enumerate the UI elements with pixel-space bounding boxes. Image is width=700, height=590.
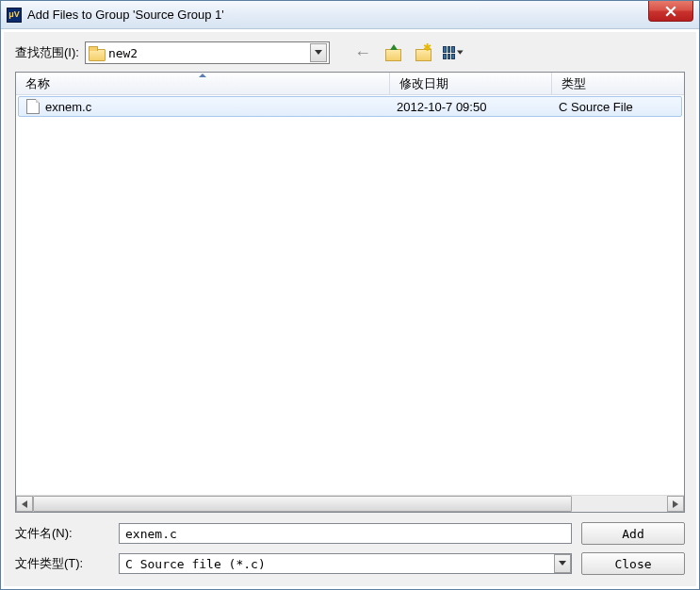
close-icon — [665, 6, 676, 17]
scroll-right-button[interactable] — [667, 496, 684, 512]
column-header-date-label: 修改日期 — [399, 75, 448, 92]
new-folder-button[interactable] — [413, 42, 433, 63]
triangle-right-icon — [673, 500, 678, 508]
titlebar: Add Files to Group 'Source Group 1' — [1, 1, 699, 29]
bottom-controls: 文件名(N): Add 文件类型(T): C Source file (*.c)… — [15, 522, 685, 575]
folder-new-icon — [414, 44, 432, 61]
window-title: Add Files to Group 'Source Group 1' — [27, 8, 699, 22]
file-date: 2012-10-7 09:50 — [389, 100, 551, 114]
filename-label: 文件名(N): — [15, 525, 109, 542]
file-list[interactable]: exnem.c 2012-10-7 09:50 C Source File — [16, 95, 684, 495]
column-header-row: 名称 修改日期 类型 — [16, 73, 684, 95]
add-button[interactable]: Add — [581, 522, 685, 545]
file-name: exnem.c — [45, 100, 91, 114]
app-icon — [7, 8, 22, 23]
scroll-left-button[interactable] — [16, 496, 33, 512]
column-header-name[interactable]: 名称 — [16, 73, 390, 94]
sort-ascending-icon — [199, 74, 206, 77]
back-button[interactable]: ← — [352, 42, 373, 63]
dialog-body: 查找范围(I): new2 ← — [3, 31, 697, 587]
filetype-select[interactable]: C Source file (*.c) — [119, 553, 572, 574]
scroll-track[interactable] — [33, 496, 667, 512]
lookin-label: 查找范围(I): — [15, 44, 79, 61]
toolbar-icons: ← — [352, 42, 464, 63]
close-window-button[interactable] — [648, 1, 693, 22]
lookin-row: 查找范围(I): new2 ← — [15, 41, 685, 64]
column-header-name-label: 名称 — [25, 75, 50, 92]
horizontal-scrollbar[interactable] — [16, 495, 684, 512]
file-list-area: 名称 修改日期 类型 exnem.c 2012-10-7 09:50 — [15, 72, 685, 513]
file-row[interactable]: exnem.c 2012-10-7 09:50 C Source File — [18, 96, 682, 117]
filetype-dropdown-button[interactable] — [554, 554, 571, 573]
up-one-level-button[interactable] — [383, 42, 403, 63]
chevron-down-icon — [457, 50, 464, 56]
scroll-thumb[interactable] — [33, 496, 572, 512]
chevron-down-icon — [559, 561, 566, 566]
filetype-value: C Source file (*.c) — [120, 557, 554, 571]
view-grid-icon — [443, 46, 455, 59]
column-header-type[interactable]: 类型 — [552, 73, 684, 94]
triangle-left-icon — [22, 500, 27, 508]
lookin-folder-name: new2 — [108, 46, 310, 60]
folder-up-icon — [383, 44, 402, 61]
folder-icon — [88, 45, 105, 60]
filetype-label: 文件类型(T): — [15, 555, 109, 572]
view-menu-button[interactable] — [443, 42, 464, 63]
column-header-date[interactable]: 修改日期 — [390, 73, 552, 94]
lookin-combo[interactable]: new2 — [85, 41, 330, 64]
file-type: C Source File — [551, 100, 681, 114]
lookin-dropdown-button[interactable] — [310, 43, 327, 62]
dialog-window: Add Files to Group 'Source Group 1' 查找范围… — [0, 0, 700, 590]
close-button[interactable]: Close — [581, 552, 685, 575]
chevron-down-icon — [315, 50, 322, 56]
filename-input[interactable] — [119, 523, 572, 544]
column-header-type-label: 类型 — [562, 75, 586, 92]
file-icon — [26, 99, 40, 114]
back-arrow-icon: ← — [354, 44, 371, 61]
